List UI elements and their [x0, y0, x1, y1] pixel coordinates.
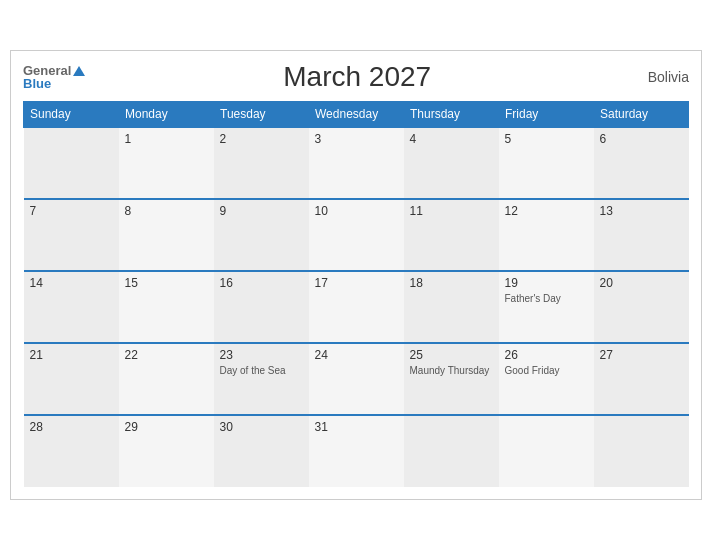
header-friday: Friday — [499, 102, 594, 128]
calendar-cell: 9 — [214, 199, 309, 271]
day-number: 28 — [30, 420, 113, 434]
day-event: Father's Day — [505, 292, 588, 305]
header-thursday: Thursday — [404, 102, 499, 128]
day-number: 12 — [505, 204, 588, 218]
calendar-container: General Blue March 2027 Bolivia Sunday M… — [10, 50, 702, 500]
day-number: 25 — [410, 348, 493, 362]
day-number: 21 — [30, 348, 113, 362]
day-number: 23 — [220, 348, 303, 362]
calendar-cell: 5 — [499, 127, 594, 199]
calendar-grid: Sunday Monday Tuesday Wednesday Thursday… — [23, 101, 689, 487]
calendar-cell: 25Maundy Thursday — [404, 343, 499, 415]
day-number: 3 — [315, 132, 398, 146]
day-number: 10 — [315, 204, 398, 218]
calendar-cell: 10 — [309, 199, 404, 271]
calendar-cell — [404, 415, 499, 487]
calendar-title: March 2027 — [85, 61, 629, 93]
day-number: 22 — [125, 348, 208, 362]
calendar-cell: 31 — [309, 415, 404, 487]
calendar-cell: 13 — [594, 199, 689, 271]
header-tuesday: Tuesday — [214, 102, 309, 128]
day-number: 30 — [220, 420, 303, 434]
calendar-cell — [499, 415, 594, 487]
day-number: 18 — [410, 276, 493, 290]
day-number: 1 — [125, 132, 208, 146]
day-event: Maundy Thursday — [410, 364, 493, 377]
calendar-cell: 23Day of the Sea — [214, 343, 309, 415]
day-number: 11 — [410, 204, 493, 218]
day-event: Good Friday — [505, 364, 588, 377]
calendar-cell: 15 — [119, 271, 214, 343]
calendar-cell: 8 — [119, 199, 214, 271]
calendar-week-1: 78910111213 — [24, 199, 689, 271]
logo-triangle-icon — [73, 66, 85, 76]
day-number: 14 — [30, 276, 113, 290]
calendar-cell: 7 — [24, 199, 119, 271]
day-number: 16 — [220, 276, 303, 290]
header-wednesday: Wednesday — [309, 102, 404, 128]
day-number: 20 — [600, 276, 683, 290]
day-number: 15 — [125, 276, 208, 290]
calendar-cell: 11 — [404, 199, 499, 271]
calendar-cell: 28 — [24, 415, 119, 487]
calendar-cell: 19Father's Day — [499, 271, 594, 343]
day-event: Day of the Sea — [220, 364, 303, 377]
calendar-cell: 14 — [24, 271, 119, 343]
calendar-body: 12345678910111213141516171819Father's Da… — [24, 127, 689, 487]
calendar-cell: 12 — [499, 199, 594, 271]
day-number: 24 — [315, 348, 398, 362]
day-number: 9 — [220, 204, 303, 218]
calendar-cell: 16 — [214, 271, 309, 343]
calendar-cell: 2 — [214, 127, 309, 199]
day-number: 5 — [505, 132, 588, 146]
day-number: 19 — [505, 276, 588, 290]
day-number: 27 — [600, 348, 683, 362]
calendar-cell: 27 — [594, 343, 689, 415]
calendar-header: General Blue March 2027 Bolivia — [23, 61, 689, 93]
calendar-cell: 4 — [404, 127, 499, 199]
calendar-cell: 22 — [119, 343, 214, 415]
header-monday: Monday — [119, 102, 214, 128]
day-number: 2 — [220, 132, 303, 146]
calendar-cell: 24 — [309, 343, 404, 415]
day-number: 7 — [30, 204, 113, 218]
calendar-cell: 20 — [594, 271, 689, 343]
calendar-cell: 6 — [594, 127, 689, 199]
calendar-cell: 21 — [24, 343, 119, 415]
day-number: 26 — [505, 348, 588, 362]
calendar-cell — [594, 415, 689, 487]
calendar-cell: 17 — [309, 271, 404, 343]
calendar-cell: 1 — [119, 127, 214, 199]
day-number: 4 — [410, 132, 493, 146]
calendar-week-4: 28293031 — [24, 415, 689, 487]
header-saturday: Saturday — [594, 102, 689, 128]
day-number: 6 — [600, 132, 683, 146]
calendar-week-2: 141516171819Father's Day20 — [24, 271, 689, 343]
day-number: 29 — [125, 420, 208, 434]
calendar-cell: 18 — [404, 271, 499, 343]
calendar-week-0: 123456 — [24, 127, 689, 199]
logo-blue-text: Blue — [23, 77, 85, 90]
day-number: 8 — [125, 204, 208, 218]
calendar-cell: 29 — [119, 415, 214, 487]
calendar-cell — [24, 127, 119, 199]
calendar-week-3: 212223Day of the Sea2425Maundy Thursday2… — [24, 343, 689, 415]
calendar-cell: 30 — [214, 415, 309, 487]
header-sunday: Sunday — [24, 102, 119, 128]
calendar-country: Bolivia — [629, 69, 689, 85]
weekday-header-row: Sunday Monday Tuesday Wednesday Thursday… — [24, 102, 689, 128]
day-number: 13 — [600, 204, 683, 218]
logo: General Blue — [23, 64, 85, 90]
calendar-cell: 3 — [309, 127, 404, 199]
day-number: 17 — [315, 276, 398, 290]
day-number: 31 — [315, 420, 398, 434]
calendar-cell: 26Good Friday — [499, 343, 594, 415]
